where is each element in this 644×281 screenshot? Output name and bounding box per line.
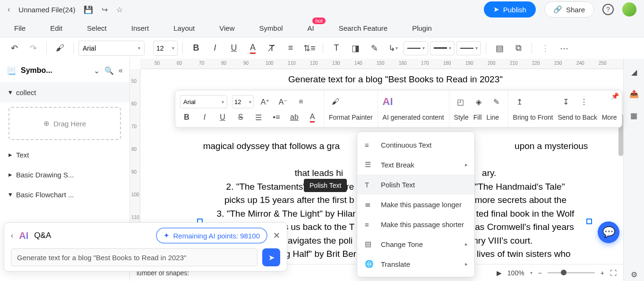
line-icon[interactable]: ✎	[490, 95, 503, 108]
sidebar-section-text[interactable]: ▸ Text	[0, 145, 129, 165]
back-icon[interactable]: ‹	[11, 231, 13, 240]
menu-file[interactable]: File	[14, 24, 26, 32]
line-weight-picker[interactable]: ▾	[430, 41, 455, 55]
float-strike[interactable]: S	[234, 111, 247, 124]
float-bold[interactable]: B	[180, 111, 193, 124]
fill-label[interactable]: Fill	[473, 114, 482, 121]
text-tool-button[interactable]: T	[328, 40, 345, 57]
menu-edit[interactable]: Edit	[50, 24, 62, 32]
float-text-color[interactable]: A	[306, 111, 319, 124]
star-icon[interactable]: ☆	[116, 5, 123, 14]
connector-button[interactable]: ↳▾	[385, 40, 402, 57]
selection-handle[interactable]	[586, 219, 592, 224]
save-icon[interactable]: 💾	[84, 5, 93, 14]
qa-input[interactable]	[11, 248, 258, 266]
float-ai-content[interactable]: AI AI generated content	[378, 90, 449, 127]
ai-menu-text-break[interactable]: ☰Text Break▸	[357, 155, 474, 175]
more-label[interactable]: More	[602, 114, 617, 121]
float-list-bullet[interactable]: •≡	[270, 111, 283, 124]
menu-plugin[interactable]: Plugin	[412, 24, 432, 32]
float-format-painter[interactable]: 🖌 Format Painter	[324, 90, 378, 127]
search-icon[interactable]: 🔍	[104, 66, 114, 75]
ai-menu-polish-text[interactable]: TPolish Text	[357, 175, 474, 194]
sidebar-section-collect[interactable]: ▾ collect	[0, 82, 129, 102]
fill-icon[interactable]: ◈	[472, 95, 485, 108]
bring-front-label[interactable]: Bring to Front	[513, 114, 553, 121]
close-icon[interactable]: ✕	[273, 230, 280, 241]
avatar[interactable]	[622, 2, 636, 17]
font-select[interactable]: Arial▾	[78, 41, 145, 56]
pin-icon[interactable]: 📌	[611, 92, 619, 100]
float-underline[interactable]: U	[216, 111, 229, 124]
text-color-button[interactable]: A	[244, 40, 261, 57]
menu-select[interactable]: Select	[87, 24, 107, 32]
line-style-picker[interactable]: ▾	[404, 41, 428, 55]
decrease-font-icon[interactable]: A⁻	[276, 95, 290, 108]
group-button[interactable]: ▤	[491, 40, 508, 57]
layers-button[interactable]: ⧉	[510, 40, 527, 57]
align-button[interactable]: ≡	[282, 40, 299, 57]
qa-send-button[interactable]: ➤	[262, 248, 280, 266]
ai-menu-shorter[interactable]: ≡Make this passage shorter	[357, 214, 474, 234]
undo-button[interactable]: ↶	[6, 40, 23, 57]
increase-font-icon[interactable]: A⁺	[258, 95, 272, 108]
menu-symbol[interactable]: Symbol	[259, 24, 283, 32]
zoom-in-button[interactable]: +	[601, 269, 604, 277]
style-icon[interactable]: ◰	[454, 95, 467, 108]
more-toolbar-button[interactable]: ⋯	[556, 40, 573, 57]
zoom-value[interactable]: 100%	[507, 269, 524, 277]
bring-front-icon[interactable]: ↥	[513, 95, 526, 108]
menu-insert[interactable]: Insert	[131, 24, 149, 32]
chat-bubble-button[interactable]: 💬	[598, 221, 619, 243]
menu-view[interactable]: View	[219, 24, 234, 32]
qa-remaining[interactable]: ✦ Remaining AI points: 98100	[156, 228, 267, 244]
line-spacing-button[interactable]: ⇅≡	[301, 40, 318, 57]
italic-button[interactable]: I	[206, 40, 223, 57]
pen-button[interactable]: ✎	[366, 40, 383, 57]
menu-search-feature[interactable]: Search Feature	[339, 24, 387, 32]
ai-menu-longer[interactable]: ≣Make this passage longer	[357, 194, 474, 214]
ai-menu-change-tone[interactable]: ▤Change Tone▸	[357, 234, 474, 254]
distribute-button[interactable]: ⋮	[537, 40, 554, 57]
sidebar-section-basic-drawing[interactable]: ▸ Basic Drawing S...	[0, 165, 129, 184]
align-icon[interactable]: ≡	[294, 95, 308, 108]
publish-button[interactable]: ➤ Publish	[484, 1, 536, 18]
clear-format-button[interactable]: T̸	[263, 40, 280, 57]
ai-menu-continuous-text[interactable]: ≡Continuous Text	[357, 135, 474, 155]
share-button[interactable]: 🔗 Share	[544, 1, 594, 18]
settings-panel-icon[interactable]: ⚙	[627, 268, 641, 281]
menu-ai[interactable]: AI hot	[308, 24, 314, 32]
send-back-label[interactable]: Send to Back	[558, 114, 597, 121]
float-list-num[interactable]: ☰	[252, 111, 265, 124]
zoom-slider[interactable]	[548, 272, 595, 273]
ai-menu-translate[interactable]: 🌐Translate▸	[357, 254, 474, 274]
more-icon[interactable]: ⋮	[577, 95, 591, 108]
float-size-select[interactable]: 12▾	[232, 95, 254, 108]
play-icon[interactable]: ▶	[497, 269, 502, 277]
style-label[interactable]: Style	[454, 114, 469, 121]
line-label[interactable]: Line	[487, 114, 499, 121]
fullscreen-icon[interactable]: ⛶	[610, 269, 617, 277]
arrow-picker[interactable]: ▾	[456, 41, 481, 55]
send-back-icon[interactable]: ↧	[559, 95, 573, 108]
drag-zone[interactable]: ⊕ Drag Here	[9, 107, 121, 140]
export-icon[interactable]: ↪	[102, 5, 108, 14]
float-case[interactable]: ab	[288, 111, 301, 124]
sidebar-section-basic-flowchart[interactable]: ▾ Basic Flowchart ...	[0, 184, 129, 204]
fill-panel-icon[interactable]: ◢	[627, 65, 641, 79]
underline-button[interactable]: U	[225, 40, 242, 57]
menu-layout[interactable]: Layout	[173, 24, 195, 32]
fill-button[interactable]: ◨	[347, 40, 364, 57]
size-select[interactable]: 12▾	[153, 41, 178, 56]
help-icon[interactable]: ?	[602, 4, 614, 15]
expand-icon[interactable]: ⌄	[94, 66, 100, 75]
zoom-out-button[interactable]: −	[538, 269, 542, 277]
export-panel-icon[interactable]: 📤	[627, 87, 641, 100]
format-painter-icon[interactable]: 🖌	[52, 40, 69, 57]
float-font-select[interactable]: Arial▾	[180, 95, 227, 108]
float-italic[interactable]: I	[198, 111, 211, 124]
back-icon[interactable]: ‹	[8, 5, 10, 14]
bold-button[interactable]: B	[188, 40, 205, 57]
apps-panel-icon[interactable]: ▦	[627, 109, 641, 122]
redo-button[interactable]: ↷	[25, 40, 42, 57]
